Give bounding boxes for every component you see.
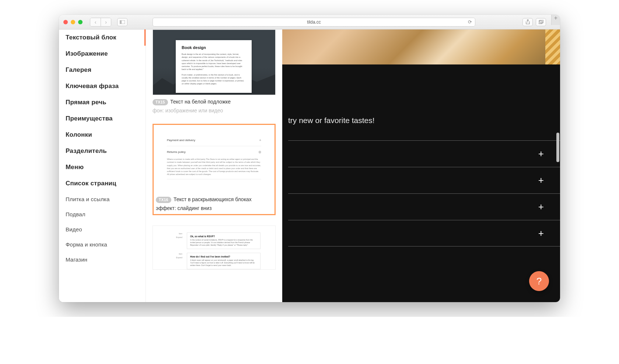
sidebar-item-label: Подвал [66, 211, 85, 217]
titlebar: ‹ › tilda.cc ⟳ + [59, 15, 560, 29]
sidebar-item-form-button[interactable]: Форма и кнопка [59, 237, 146, 252]
sidebar-item-label: Меню [66, 164, 84, 171]
share-button[interactable] [522, 18, 533, 26]
faq-question: Ok, so what is RSVP? [190, 235, 257, 238]
accordion-line[interactable]: + [288, 167, 560, 193]
block-label-tx15: TX15 Текст на белой подложке фон: изобра… [153, 99, 276, 113]
toolbar-actions [522, 18, 546, 26]
sidebar-item-label: Плитка и ссылка [66, 196, 110, 202]
sidebar-item-image[interactable]: Изображение [59, 46, 146, 62]
sidebar-item-menu[interactable]: Меню [59, 159, 146, 175]
accordion-line[interactable]: + [288, 220, 560, 246]
block-subtitle: фон: изображение или видео [153, 108, 223, 113]
faq-answer: In the context of social invitations, RS… [190, 239, 257, 246]
sidebar-item-store[interactable]: Магазин [59, 252, 146, 267]
accordion-row-label: Payment and delivery [167, 139, 195, 142]
sidebar-item-label: Видео [66, 226, 82, 232]
plus-icon: + [538, 201, 544, 213]
block-tx16-selected[interactable]: Payment and delivery + Returns policy ⊗ … [153, 124, 276, 215]
nav-buttons: ‹ › [90, 18, 111, 27]
faq-left-labels: Item Expand [168, 232, 182, 249]
hero-image [282, 29, 560, 64]
help-button[interactable]: ? [529, 271, 549, 291]
faq-box: Ok, so what is RSVP? In the context of s… [187, 232, 260, 249]
plus-icon: + [538, 148, 544, 160]
url-text: tilda.cc [307, 20, 321, 25]
faq-item: Item Expand Ok, so what is RSVP? In the … [168, 232, 260, 249]
sidebar-item-divider[interactable]: Разделитель [59, 143, 146, 159]
forward-button[interactable]: › [101, 18, 111, 26]
plus-icon: + [538, 175, 544, 186]
sidebar-item-label: Форма и кнопка [66, 241, 107, 248]
sidebar-item-direct-speech[interactable]: Прямая речь [59, 94, 146, 111]
plus-icon: + [538, 228, 544, 239]
maximize-window-button[interactable] [78, 20, 83, 24]
sidebar-item-label: Изображение [66, 50, 108, 57]
viewport: Текстовый блок Изображение Галерея Ключе… [59, 29, 560, 302]
minimize-window-button[interactable] [71, 20, 75, 24]
svg-rect-3 [540, 20, 543, 23]
accordion-body: Where a contract is made with a third pa… [167, 156, 261, 179]
block-title: Текст в раскрывающихся блоках [174, 196, 252, 202]
blocks-panel[interactable]: Book design Book design is the art of in… [146, 29, 282, 302]
sidebar-item-label: Список страниц [66, 180, 116, 187]
reload-icon[interactable]: ⟳ [468, 19, 472, 25]
sidebar-item-video[interactable]: Видео [59, 222, 146, 237]
hero-stripe [545, 29, 560, 64]
category-sidebar: Текстовый блок Изображение Галерея Ключе… [59, 29, 146, 302]
window-controls [63, 20, 83, 24]
block-subtitle: эффект: слайдинг вниз [156, 205, 211, 211]
faq-answer: A black raven will appear on your window… [190, 259, 257, 267]
page-content: try new or favorite tastes! + + + + [282, 64, 560, 302]
block-thumb-tx15[interactable]: Book design Book design is the art of in… [153, 29, 276, 95]
sidebar-item-label: Разделитель [66, 147, 107, 154]
faq-item: Item Expand How do I find out I've been … [168, 253, 260, 269]
sidebar-item-gallery[interactable]: Галерея [59, 62, 146, 78]
sidebar-item-text-block[interactable]: Текстовый блок [59, 29, 146, 46]
url-bar[interactable]: tilda.cc ⟳ [153, 18, 475, 27]
accordion-row: Payment and delivery + [167, 136, 261, 144]
plus-icon: + [259, 138, 261, 142]
new-tab-button[interactable]: + [551, 15, 560, 25]
faq-question: How do I find out I've been invited? [190, 255, 257, 258]
sidebar-item-footer[interactable]: Подвал [59, 207, 146, 222]
block-code-badge: TX15 [153, 99, 168, 105]
faq-label: Item [179, 232, 182, 235]
svg-rect-1 [120, 20, 122, 24]
browser-window: ‹ › tilda.cc ⟳ + Текстовый блок Изображе… [59, 15, 560, 302]
sidebar-item-label: Колонки [66, 131, 92, 138]
faq-left-labels: Item Expand [168, 253, 182, 269]
block-code-badge: TX16 [156, 197, 171, 203]
sidebar-item-page-list[interactable]: Список страниц [59, 175, 146, 192]
sidebar-toggle-button[interactable] [117, 18, 127, 26]
accordion-row: Returns policy ⊗ [167, 148, 261, 156]
sidebar-item-tile-link[interactable]: Плитка и ссылка [59, 192, 146, 207]
faq-label: Expand [176, 236, 182, 238]
back-button[interactable]: ‹ [90, 18, 101, 26]
faq-label: Item [179, 253, 182, 255]
block-thumb-tx16: Payment and delivery + Returns policy ⊗ … [154, 126, 274, 194]
sidebar-item-label: Ключевая фраза [66, 83, 119, 90]
accordion-line[interactable]: + [288, 140, 560, 167]
sidebar-item-label: Галерея [66, 66, 91, 73]
close-window-button[interactable] [63, 20, 68, 24]
block-title: Текст на белой подложке [170, 99, 231, 105]
block-thumb-tx17[interactable]: Item Expand Ok, so what is RSVP? In the … [153, 225, 276, 270]
scrollbar-thumb[interactable] [556, 133, 559, 162]
divider [167, 146, 261, 146]
sidebar-item-label: Прямая речь [66, 99, 106, 106]
sidebar-item-features[interactable]: Преимущества [59, 111, 146, 127]
sidebar-item-columns[interactable]: Колонки [59, 127, 146, 143]
close-icon: ⊗ [258, 150, 261, 154]
help-icon: ? [536, 276, 542, 287]
card-paragraph: Front matter, or preliminaries, is the f… [182, 73, 246, 85]
sidebar-item-key-phrase[interactable]: Ключевая фраза [59, 78, 146, 94]
page-preview: try new or favorite tastes! + + + + ? [282, 29, 560, 302]
card-paragraph: Book design is the art of incorporating … [182, 53, 246, 71]
sidebar-item-label: Преимущества [66, 115, 113, 122]
accordion-line[interactable]: + [288, 193, 560, 220]
tabs-button[interactable] [536, 18, 546, 26]
faq-box: How do I find out I've been invited? A b… [187, 253, 260, 269]
white-card: Book design Book design is the art of in… [176, 40, 252, 93]
block-label-tx16: TX16 Текст в раскрывающихся блоках эффек… [154, 196, 274, 213]
